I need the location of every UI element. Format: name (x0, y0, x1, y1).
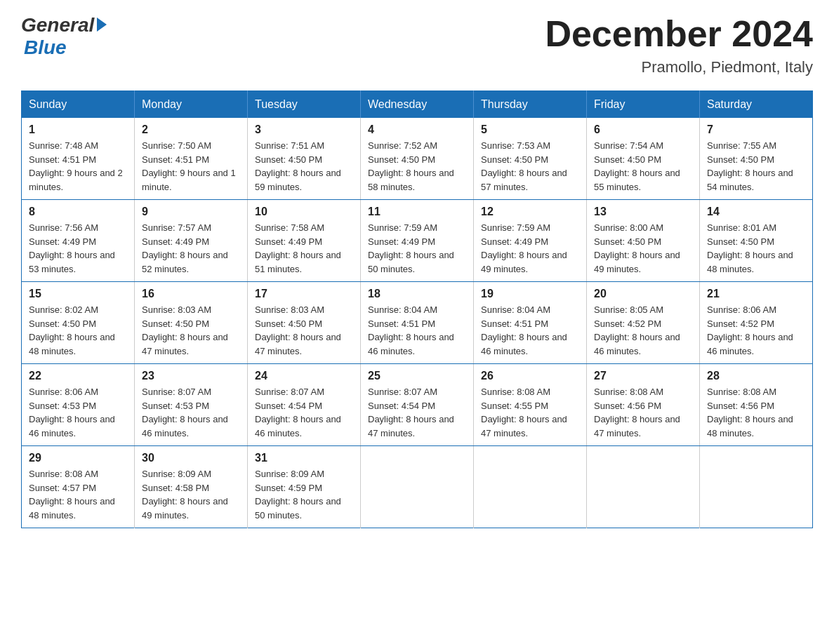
sunrise-label: Sunrise: 7:54 AM (594, 140, 663, 151)
sunrise-label: Sunrise: 7:52 AM (368, 140, 437, 151)
sunset-label: Sunset: 4:50 PM (255, 318, 322, 329)
day-info: Sunrise: 8:03 AM Sunset: 4:50 PM Dayligh… (255, 303, 353, 358)
calendar-cell (474, 446, 587, 528)
day-info: Sunrise: 7:50 AM Sunset: 4:51 PM Dayligh… (142, 139, 240, 194)
week-row-4: 22 Sunrise: 8:06 AM Sunset: 4:53 PM Dayl… (22, 364, 813, 446)
calendar-cell: 15 Sunrise: 8:02 AM Sunset: 4:50 PM Dayl… (22, 282, 135, 364)
calendar-cell (587, 446, 700, 528)
sunrise-label: Sunrise: 8:09 AM (255, 469, 324, 479)
sunrise-label: Sunrise: 8:04 AM (481, 304, 550, 315)
sunset-label: Sunset: 4:56 PM (594, 401, 661, 411)
sunset-label: Sunset: 4:55 PM (481, 401, 548, 411)
daylight-label: Daylight: 8 hours and 46 minutes. (255, 414, 341, 438)
day-number: 22 (29, 370, 127, 382)
daylight-label: Daylight: 8 hours and 58 minutes. (368, 168, 454, 192)
day-info: Sunrise: 8:04 AM Sunset: 4:51 PM Dayligh… (481, 303, 579, 358)
daylight-label: Daylight: 8 hours and 47 minutes. (142, 332, 228, 356)
calendar-cell: 1 Sunrise: 7:48 AM Sunset: 4:51 PM Dayli… (22, 118, 135, 200)
sunset-label: Sunset: 4:50 PM (707, 154, 774, 165)
calendar-cell: 22 Sunrise: 8:06 AM Sunset: 4:53 PM Dayl… (22, 364, 135, 446)
day-info: Sunrise: 8:00 AM Sunset: 4:50 PM Dayligh… (594, 221, 692, 276)
day-number: 26 (481, 370, 579, 382)
day-number: 15 (29, 288, 127, 300)
daylight-label: Daylight: 8 hours and 51 minutes. (255, 250, 341, 274)
sunset-label: Sunset: 4:50 PM (594, 236, 661, 247)
daylight-label: Daylight: 8 hours and 47 minutes. (594, 414, 680, 438)
daylight-label: Daylight: 8 hours and 48 minutes. (29, 332, 115, 356)
calendar-cell: 25 Sunrise: 8:07 AM Sunset: 4:54 PM Dayl… (361, 364, 474, 446)
day-number: 11 (368, 206, 466, 218)
daylight-label: Daylight: 8 hours and 46 minutes. (594, 332, 680, 356)
sunset-label: Sunset: 4:50 PM (481, 154, 548, 165)
day-info: Sunrise: 7:51 AM Sunset: 4:50 PM Dayligh… (255, 139, 353, 194)
sunset-label: Sunset: 4:50 PM (368, 154, 435, 165)
sunrise-label: Sunrise: 7:57 AM (142, 222, 211, 233)
day-number: 1 (29, 123, 127, 136)
sunrise-label: Sunrise: 8:01 AM (707, 222, 776, 233)
calendar-cell: 14 Sunrise: 8:01 AM Sunset: 4:50 PM Dayl… (700, 200, 813, 282)
daylight-label: Daylight: 8 hours and 46 minutes. (368, 332, 454, 356)
calendar-cell: 18 Sunrise: 8:04 AM Sunset: 4:51 PM Dayl… (361, 282, 474, 364)
sunrise-label: Sunrise: 7:53 AM (481, 140, 550, 151)
sunset-label: Sunset: 4:51 PM (29, 154, 96, 165)
weekday-header-wednesday: Wednesday (361, 91, 474, 119)
sunset-label: Sunset: 4:52 PM (594, 318, 661, 329)
daylight-label: Daylight: 8 hours and 49 minutes. (142, 496, 228, 521)
day-info: Sunrise: 8:07 AM Sunset: 4:54 PM Dayligh… (255, 385, 353, 440)
day-info: Sunrise: 8:06 AM Sunset: 4:52 PM Dayligh… (707, 303, 805, 358)
day-number: 5 (481, 123, 579, 136)
sunset-label: Sunset: 4:50 PM (255, 154, 322, 165)
calendar-cell: 23 Sunrise: 8:07 AM Sunset: 4:53 PM Dayl… (135, 364, 248, 446)
sunset-label: Sunset: 4:50 PM (594, 154, 661, 165)
calendar-cell (700, 446, 813, 528)
day-info: Sunrise: 8:07 AM Sunset: 4:53 PM Dayligh… (142, 385, 240, 440)
day-info: Sunrise: 8:03 AM Sunset: 4:50 PM Dayligh… (142, 303, 240, 358)
sunset-label: Sunset: 4:58 PM (142, 483, 209, 493)
calendar-cell: 5 Sunrise: 7:53 AM Sunset: 4:50 PM Dayli… (474, 118, 587, 200)
day-number: 12 (481, 206, 579, 218)
day-number: 23 (142, 370, 240, 382)
daylight-label: Daylight: 8 hours and 59 minutes. (255, 168, 341, 192)
week-row-3: 15 Sunrise: 8:02 AM Sunset: 4:50 PM Dayl… (22, 282, 813, 364)
sunset-label: Sunset: 4:50 PM (142, 318, 209, 329)
daylight-label: Daylight: 8 hours and 46 minutes. (707, 332, 793, 356)
sunset-label: Sunset: 4:51 PM (142, 154, 209, 165)
daylight-label: Daylight: 8 hours and 57 minutes. (481, 168, 567, 192)
sunrise-label: Sunrise: 8:03 AM (255, 304, 324, 315)
daylight-label: Daylight: 8 hours and 55 minutes. (594, 168, 680, 192)
logo: General Blue (21, 14, 107, 59)
day-number: 29 (29, 452, 127, 464)
day-number: 20 (594, 288, 692, 300)
day-info: Sunrise: 7:53 AM Sunset: 4:50 PM Dayligh… (481, 139, 579, 194)
day-number: 21 (707, 288, 805, 300)
sunrise-label: Sunrise: 7:56 AM (29, 222, 98, 233)
day-number: 30 (142, 452, 240, 464)
daylight-label: Daylight: 9 hours and 1 minute. (142, 168, 236, 192)
day-number: 3 (255, 123, 353, 136)
sunset-label: Sunset: 4:59 PM (255, 483, 322, 493)
calendar-cell: 11 Sunrise: 7:59 AM Sunset: 4:49 PM Dayl… (361, 200, 474, 282)
weekday-header-sunday: Sunday (22, 91, 135, 119)
daylight-label: Daylight: 8 hours and 47 minutes. (481, 414, 567, 438)
day-info: Sunrise: 8:08 AM Sunset: 4:57 PM Dayligh… (29, 467, 127, 522)
day-number: 13 (594, 206, 692, 218)
daylight-label: Daylight: 8 hours and 54 minutes. (707, 168, 793, 192)
day-info: Sunrise: 8:09 AM Sunset: 4:59 PM Dayligh… (255, 467, 353, 522)
sunrise-label: Sunrise: 7:50 AM (142, 140, 211, 151)
day-info: Sunrise: 7:57 AM Sunset: 4:49 PM Dayligh… (142, 221, 240, 276)
day-info: Sunrise: 7:59 AM Sunset: 4:49 PM Dayligh… (368, 221, 466, 276)
calendar-cell: 4 Sunrise: 7:52 AM Sunset: 4:50 PM Dayli… (361, 118, 474, 200)
weekday-header-monday: Monday (135, 91, 248, 119)
sunrise-label: Sunrise: 8:08 AM (481, 387, 550, 397)
logo-arrow-icon (97, 18, 107, 32)
daylight-label: Daylight: 8 hours and 48 minutes. (707, 414, 793, 438)
sunrise-label: Sunrise: 8:08 AM (707, 387, 776, 397)
daylight-label: Daylight: 8 hours and 47 minutes. (368, 414, 454, 438)
daylight-label: Daylight: 8 hours and 48 minutes. (707, 250, 793, 274)
month-title: December 2024 (545, 14, 813, 54)
daylight-label: Daylight: 8 hours and 53 minutes. (29, 250, 115, 274)
calendar-cell: 24 Sunrise: 8:07 AM Sunset: 4:54 PM Dayl… (248, 364, 361, 446)
daylight-label: Daylight: 8 hours and 49 minutes. (481, 250, 567, 274)
weekday-header-thursday: Thursday (474, 91, 587, 119)
calendar-cell: 9 Sunrise: 7:57 AM Sunset: 4:49 PM Dayli… (135, 200, 248, 282)
